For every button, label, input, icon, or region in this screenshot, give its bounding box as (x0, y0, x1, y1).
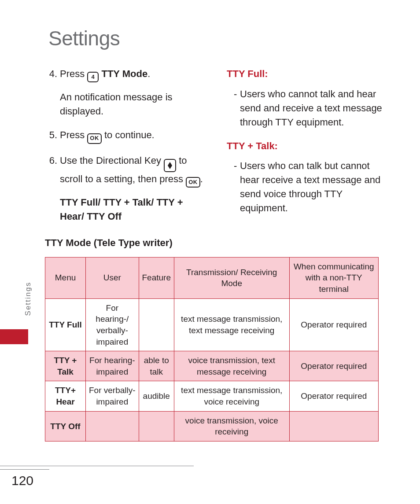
key-4-icon: 4 (87, 72, 99, 82)
step-body: Press OK to continue. (60, 128, 207, 143)
tty-full-item: - Users who cannot talk and hear send an… (234, 87, 390, 129)
cell-feature: able to talk (139, 351, 174, 381)
text: Use the Directional Key (60, 155, 164, 166)
cell-menu: TTY+ Hear (45, 381, 86, 411)
step-subtext: An notification message is displayed. (60, 90, 207, 118)
steps-list: 4. Press 4 TTY Mode. An notification mes… (44, 67, 207, 224)
table-row: TTY FullFor hearing-/ verbally-impairedt… (45, 298, 379, 351)
cell-feature (139, 411, 174, 441)
text: . (147, 68, 150, 79)
tty-talk-item: - Users who can talk but cannot hear rec… (234, 159, 390, 215)
cell-feature (139, 298, 174, 351)
table-body: TTY FullFor hearing-/ verbally-impairedt… (45, 298, 379, 441)
tty-mode-table: Menu User Feature Transmission/ Receivin… (45, 257, 379, 441)
text: Press (60, 68, 87, 79)
cell-mode: text message transmission, text message … (174, 298, 289, 351)
tty-full-heading: TTY Full: (227, 67, 390, 81)
svg-marker-0 (168, 162, 172, 166)
table-row: TTY + TalkFor hearing-impairedable to ta… (45, 351, 379, 381)
page-title: Settings (48, 26, 390, 50)
table-title: TTY Mode (Tele Type writer) (45, 236, 207, 250)
directional-key-icon (164, 159, 176, 172)
text: Users who cannot talk and hear send and … (240, 87, 390, 129)
content-columns: 4. Press 4 TTY Mode. An notification mes… (44, 67, 390, 257)
table-row: TTY Offvoice transmission, voice receivi… (45, 411, 379, 441)
table-head: Menu User Feature Transmission/ Receivin… (45, 257, 379, 298)
key-ok-icon: OK (186, 177, 200, 188)
step-subtext-strong: TTY Full/ TTY + Talk/ TTY + Hear/ TTY Of… (60, 195, 207, 224)
text: to continue. (104, 129, 155, 140)
dash-icon: - (234, 87, 240, 129)
step-number: 6. (44, 154, 57, 224)
footer-rule-short (0, 469, 49, 470)
cell-user: For verbally-impaired (86, 381, 139, 411)
text-strong: TTY Mode (101, 68, 147, 79)
step-4: 4. Press 4 TTY Mode. An notification mes… (44, 67, 207, 118)
right-column: TTY Full: - Users who cannot talk and he… (227, 67, 390, 257)
step-number: 4. (44, 67, 57, 118)
side-tab-label: Settings (24, 277, 33, 316)
th-feature: Feature (139, 257, 174, 298)
cell-mode: voice transmission, voice receiving (174, 411, 289, 441)
tty-talk-heading: TTY + Talk: (227, 139, 390, 153)
text: . (200, 173, 203, 184)
text: Press (60, 129, 87, 140)
left-column: 4. Press 4 TTY Mode. An notification mes… (44, 67, 207, 257)
side-tab: Settings (24, 277, 33, 316)
step-6: 6. Use the Directional Key to scroll to … (44, 154, 207, 224)
cell-mode: text message transmission, voice receivi… (174, 381, 289, 411)
cell-nontty: Operator required (289, 298, 378, 351)
table-header-row: Menu User Feature Transmission/ Receivin… (45, 257, 379, 298)
table-row: TTY+ HearFor verbally-impairedaudibletex… (45, 381, 379, 411)
side-tab-marker (0, 329, 28, 344)
th-user: User (86, 257, 139, 298)
cell-user: For hearing-/ verbally-impaired (86, 298, 139, 351)
th-menu: Menu (45, 257, 86, 298)
step-5: 5. Press OK to continue. (44, 128, 207, 143)
dash-icon: - (234, 159, 240, 215)
page-number: 120 (11, 473, 33, 488)
step-body: Use the Directional Key to scroll to a s… (60, 154, 207, 224)
cell-menu: TTY Off (45, 411, 86, 441)
cell-nontty: Operator required (289, 381, 378, 411)
th-nontty: When communicating with a non-TTY termin… (289, 257, 378, 298)
cell-user: For hearing-impaired (86, 351, 139, 381)
text: Users who can talk but cannot hear recei… (240, 159, 390, 215)
cell-nontty (289, 411, 378, 441)
cell-feature: audible (139, 381, 174, 411)
cell-mode: voice transmission, text message receivi… (174, 351, 289, 381)
cell-menu: TTY + Talk (45, 351, 86, 381)
page: Settings 4. Press 4 TTY Mode. An notific… (0, 0, 420, 504)
cell-user (86, 411, 139, 441)
svg-marker-1 (168, 166, 172, 169)
th-mode: Transmission/ Receiving Mode (174, 257, 289, 298)
key-ok-icon: OK (87, 133, 102, 144)
cell-menu: TTY Full (45, 298, 86, 351)
footer-rule (0, 466, 194, 466)
cell-nontty: Operator required (289, 351, 378, 381)
step-number: 5. (44, 128, 57, 143)
step-body: Press 4 TTY Mode. An notification messag… (60, 67, 207, 118)
